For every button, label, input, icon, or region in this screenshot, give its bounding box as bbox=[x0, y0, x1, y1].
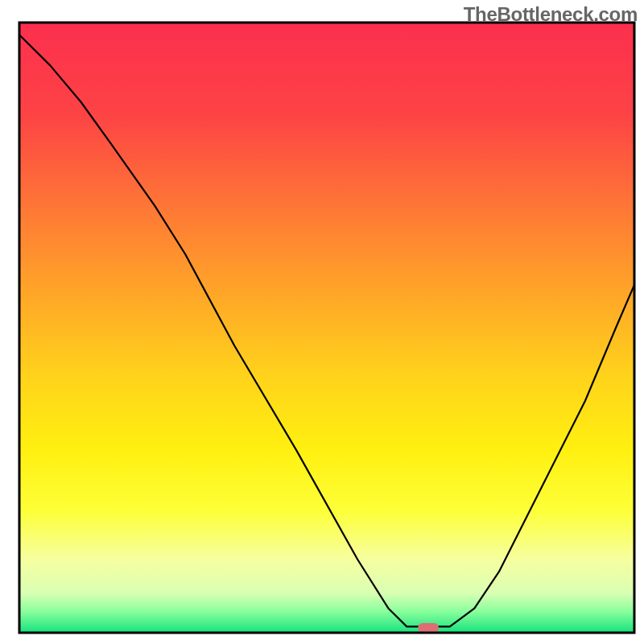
bottleneck-chart bbox=[0, 0, 644, 644]
chart-container: TheBottleneck.com bbox=[0, 0, 644, 644]
watermark-text: TheBottleneck.com bbox=[464, 3, 638, 26]
gradient-background bbox=[19, 23, 634, 633]
optimal-marker bbox=[418, 623, 439, 633]
